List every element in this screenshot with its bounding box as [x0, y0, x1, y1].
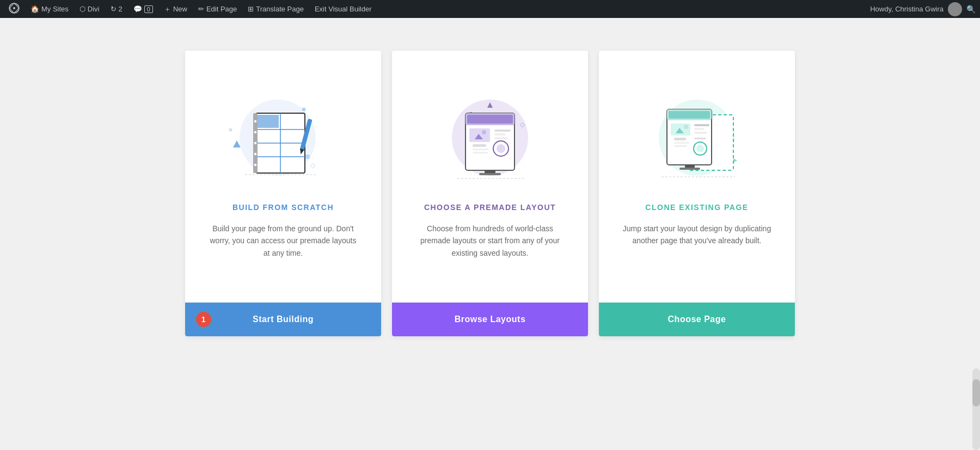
my-sites-icon: 🏠: [30, 5, 39, 13]
svg-point-40: [497, 144, 505, 153]
btn-badge: 1: [196, 312, 211, 327]
svg-rect-65: [694, 124, 709, 126]
svg-rect-56: [669, 111, 710, 119]
card-layout: ◇ × ·: [392, 51, 588, 336]
start-building-label: Start Building: [253, 315, 314, 324]
new-link[interactable]: ＋ New: [160, 0, 192, 18]
exit-label: Exit Visual Builder: [315, 5, 372, 13]
divi-link[interactable]: ⬡ Divi: [75, 0, 104, 18]
translate-icon: ⊞: [248, 5, 254, 13]
svg-point-59: [684, 125, 688, 129]
svg-rect-70: [679, 168, 700, 170]
svg-rect-67: [694, 132, 707, 134]
divi-icon: ⬡: [79, 5, 85, 13]
updates-count: 2: [119, 5, 122, 13]
svg-point-22: [254, 163, 257, 167]
wp-logo[interactable]: [4, 0, 24, 18]
browse-layouts-button[interactable]: Browse Layouts: [392, 303, 588, 336]
svg-rect-36: [473, 144, 486, 147]
avatar: [948, 2, 962, 16]
svg-point-21: [254, 152, 257, 156]
svg-text:◇: ◇: [520, 121, 525, 128]
svg-rect-38: [473, 152, 488, 153]
comments-count: 0: [144, 5, 153, 13]
comments-icon: 💬: [133, 5, 142, 13]
admin-bar: 🏠 My Sites ⬡ Divi ↻ 2 💬 0 ＋ New ✏ Edit P…: [0, 0, 980, 18]
svg-text:·: ·: [663, 151, 665, 158]
svg-rect-60: [674, 138, 686, 140]
svg-rect-37: [473, 149, 489, 150]
my-sites-link[interactable]: 🏠 My Sites: [26, 0, 73, 18]
card-clone: ▶ · ·: [599, 51, 795, 336]
svg-point-18: [254, 120, 257, 123]
search-icon[interactable]: 🔍: [966, 5, 976, 14]
svg-point-6: [305, 155, 310, 159]
svg-rect-66: [694, 128, 704, 130]
translate-label: Translate Page: [256, 5, 304, 13]
illustration-clone: ▶ · ·: [637, 78, 757, 187]
edit-page-link[interactable]: ✏ Edit Page: [194, 0, 241, 18]
start-building-button[interactable]: 1 Start Building: [185, 303, 381, 336]
card-desc-clone: Jump start your layout design by duplica…: [621, 223, 773, 269]
svg-rect-62: [674, 145, 687, 147]
cards-container: × ◇: [180, 51, 800, 336]
svg-rect-45: [479, 173, 501, 175]
new-label: New: [173, 5, 187, 13]
my-sites-label: My Sites: [41, 5, 69, 13]
svg-rect-14: [258, 115, 279, 128]
divi-label: Divi: [88, 5, 100, 13]
svg-marker-5: [233, 140, 241, 147]
svg-rect-32: [467, 115, 513, 124]
card-desc-layout: Choose from hundreds of world-class prem…: [414, 223, 566, 281]
scrollbar-thumb[interactable]: [972, 379, 980, 406]
svg-point-35: [482, 130, 486, 134]
admin-bar-right: Howdy, Christina Gwira 🔍: [870, 2, 976, 16]
scrollbar[interactable]: [972, 368, 980, 450]
svg-point-20: [254, 141, 257, 145]
svg-rect-3: [302, 108, 305, 111]
svg-rect-42: [494, 133, 505, 135]
edit-page-label: Edit Page: [206, 5, 237, 13]
user-greeting: Howdy, Christina Gwira: [870, 5, 944, 13]
updates-icon: ↻: [111, 5, 117, 13]
card-title-scratch: BUILD FROM SCRATCH: [232, 203, 334, 212]
svg-rect-68: [694, 138, 706, 139]
updates-link[interactable]: ↻ 2: [106, 0, 127, 18]
svg-point-1: [13, 7, 15, 9]
main-content: × ◇: [0, 18, 980, 450]
browse-layouts-label: Browse Layouts: [455, 315, 526, 324]
wp-icon: [9, 3, 20, 15]
translate-page-link[interactable]: ⊞ Translate Page: [243, 0, 308, 18]
svg-text:◇: ◇: [310, 162, 316, 169]
plus-icon: ＋: [164, 4, 171, 14]
edit-icon: ✏: [198, 5, 204, 13]
illustration-layout: ◇ × ·: [430, 78, 550, 187]
svg-text:×: ×: [229, 126, 232, 134]
card-title-clone: CLONE EXISTING PAGE: [645, 203, 748, 212]
card-scratch: × ◇: [185, 51, 381, 336]
svg-rect-41: [494, 130, 511, 132]
svg-rect-43: [494, 137, 508, 139]
choose-page-button[interactable]: Choose Page: [599, 303, 795, 336]
card-title-layout: CHOOSE A PREMADE LAYOUT: [424, 203, 556, 212]
choose-page-label: Choose Page: [668, 315, 726, 324]
comments-link[interactable]: 💬 0: [129, 0, 157, 18]
svg-point-64: [696, 145, 704, 152]
exit-builder-link[interactable]: Exit Visual Builder: [310, 0, 376, 18]
illustration-scratch: × ◇: [223, 78, 343, 187]
svg-rect-61: [674, 142, 689, 144]
svg-point-19: [254, 131, 257, 134]
card-desc-scratch: Build your page from the ground up. Don'…: [207, 223, 359, 281]
svg-text:·: ·: [670, 168, 671, 174]
